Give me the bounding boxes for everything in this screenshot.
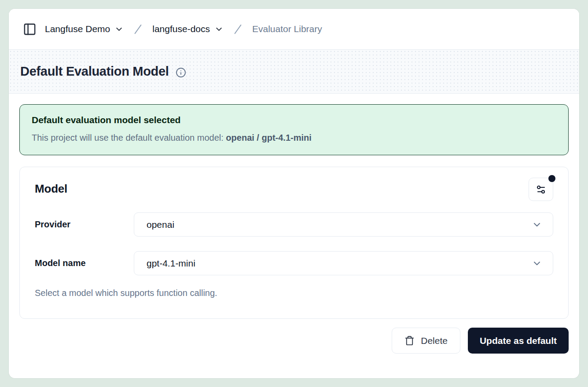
alert-message: This project will use the default evalua… <box>32 133 556 143</box>
provider-selected-value: openai <box>147 219 174 230</box>
alert-model-value: openai / gpt-4.1-mini <box>226 133 311 142</box>
project-switcher[interactable]: langfuse-docs <box>152 24 224 34</box>
page-header: Default Evaluation Model <box>9 50 579 94</box>
page-title: Default Evaluation Model <box>20 64 169 79</box>
slash-icon <box>131 22 145 37</box>
update-button-label: Update as default <box>480 336 557 346</box>
provider-select[interactable]: openai <box>134 212 553 237</box>
update-as-default-button[interactable]: Update as default <box>468 328 569 354</box>
model-card-title: Model <box>35 178 67 196</box>
chevron-down-icon <box>114 25 124 34</box>
chevron-down-icon <box>532 219 542 230</box>
org-name: Langfuse Demo <box>45 24 110 34</box>
footer-actions: Delete Update as default <box>19 328 569 354</box>
model-name-selected-value: gpt-4.1-mini <box>147 258 195 269</box>
sidebar-toggle-button[interactable] <box>20 20 39 38</box>
chevron-down-icon <box>214 25 224 34</box>
info-circle-icon[interactable] <box>176 66 186 78</box>
delete-button-label: Delete <box>421 336 448 346</box>
trash-icon <box>404 336 415 346</box>
notification-dot <box>548 175 555 182</box>
panel-left-icon <box>23 22 37 36</box>
alert-message-text: This project will use the default evalua… <box>32 133 226 142</box>
model-card: Model Provider openai <box>19 167 569 319</box>
alert-title: Default evaluation model selected <box>32 115 556 125</box>
model-helper-text: Select a model which supports function c… <box>35 288 553 298</box>
app-panel: Langfuse Demo langfuse-docs Evaluator Li… <box>9 9 579 378</box>
model-card-header: Model <box>35 178 553 201</box>
provider-label: Provider <box>35 219 134 230</box>
breadcrumb: Langfuse Demo langfuse-docs Evaluator Li… <box>9 9 579 50</box>
model-name-row: Model name gpt-4.1-mini <box>35 251 553 275</box>
default-model-alert: Default evaluation model selected This p… <box>19 104 569 155</box>
breadcrumb-current-page: Evaluator Library <box>252 24 322 34</box>
chevron-down-icon <box>532 258 542 269</box>
delete-button[interactable]: Delete <box>392 328 460 354</box>
sliders-icon <box>536 184 546 195</box>
model-name-label: Model name <box>35 258 134 268</box>
provider-row: Provider openai <box>35 212 553 237</box>
main-content: Default evaluation model selected This p… <box>9 94 579 364</box>
slash-icon <box>231 22 245 37</box>
model-name-select[interactable]: gpt-4.1-mini <box>134 251 553 275</box>
project-name: langfuse-docs <box>152 24 210 34</box>
model-advanced-settings-button[interactable] <box>529 178 553 201</box>
org-switcher[interactable]: Langfuse Demo <box>45 24 124 34</box>
